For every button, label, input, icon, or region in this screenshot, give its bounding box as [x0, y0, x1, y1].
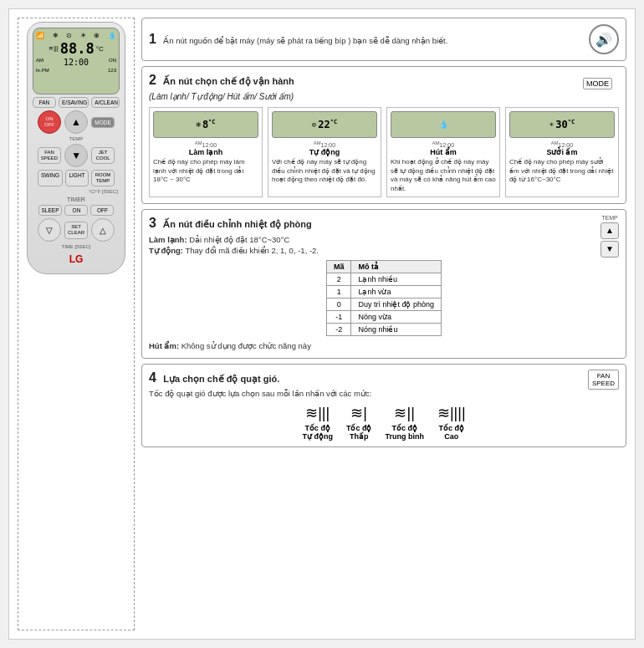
- lam-lanh-desc: Chế độ này cho phép máy làm lạnh với nhi…: [153, 158, 258, 184]
- table-row: 1Lạnh vừa: [326, 286, 441, 298]
- sec3-line3: Hút ẩm: Không sử dụng được chức năng này: [149, 340, 619, 351]
- on-off-button[interactable]: ONOFF: [38, 110, 61, 134]
- temp-label: TEMP: [33, 136, 120, 141]
- light-button[interactable]: LIGHT: [65, 170, 89, 186]
- section-3: 3 Ấn nút điều chỉnh nhiệt độ phòng Làm l…: [141, 209, 626, 359]
- temp-corner-down[interactable]: ▼: [601, 241, 619, 258]
- display-extra: hr.PM 123: [36, 68, 116, 73]
- sec2-subtitle: (Làm lạnh/ Tự động/ Hút ẩm/ Sưởi ấm): [149, 92, 294, 101]
- off-button[interactable]: OFF: [90, 205, 114, 216]
- set-clear-button[interactable]: SETCLEAR: [64, 222, 88, 238]
- auto-icon: ⊙: [66, 32, 72, 39]
- mode-button[interactable]: MODE: [91, 117, 115, 128]
- sec3-header: 3 Ấn nút điều chỉnh nhiệt độ phòng: [149, 216, 619, 231]
- lam-lanh-time: AM12:00: [153, 140, 258, 148]
- table-cell-mota: Nóng vừa: [351, 311, 442, 324]
- temp-corner: TEMP ▲ ▼: [601, 215, 619, 258]
- temp-up-button[interactable]: ▲: [64, 110, 88, 134]
- sec1-text-block: 1 Ấn nút nguồn để bật máy (máy sẽ phát r…: [149, 32, 447, 47]
- sec3-line2-val: Thay đổi mã điều khiển 2, 1, 0, -1, -2.: [185, 246, 319, 255]
- fan-speed-button[interactable]: FANSPEED: [38, 147, 61, 164]
- wifi-icon: 📶: [36, 32, 44, 39]
- suoi-am-time: AM12:00: [509, 140, 615, 148]
- sec4-header: 4 Lựa chọn chế độ quạt gió.: [149, 370, 619, 385]
- section-4: 4 Lựa chọn chế độ quạt gió. Tốc độ quạt …: [141, 364, 626, 447]
- room-temp-button[interactable]: ROOMTEMP: [91, 170, 115, 186]
- hut-am-title: Hút ẩm: [391, 148, 496, 156]
- on-label: ON: [109, 58, 116, 67]
- suoi-am-desc: Chế độ này cho phép máy sưởi ấm với nhiệ…: [509, 158, 615, 184]
- sec3-table: Mã Mô tả 2Lạnh nhiều1Lạnh vừa0Duy trì nh…: [326, 260, 442, 336]
- suoi-am-title: Sưởi ấm: [509, 148, 615, 156]
- mode-hut-am: 💧 AM12:00 Hút ẩm Khi hoạt động ở chế độ …: [386, 107, 500, 197]
- fan-bars: ≋|||: [49, 45, 58, 52]
- mode-tu-dong: ⊙ 22°C AM12:00 Tự động Với chế độ này má…: [268, 107, 381, 197]
- fan-low-label1: Tốc độ: [346, 424, 372, 432]
- fan-medium-icon: ≋||: [385, 404, 424, 422]
- aclean-button[interactable]: A/CLEAN: [91, 97, 120, 108]
- temp-unit: °C: [96, 45, 104, 53]
- sleep-button[interactable]: SLEEP: [38, 205, 63, 216]
- fan-auto-icon: ≋|||: [302, 404, 333, 422]
- suoi-am-temp: 30°C: [555, 119, 575, 130]
- swing-button[interactable]: SWING: [38, 170, 63, 186]
- btn-row-2: SWING LIGHT ROOMTEMP: [33, 170, 120, 186]
- fan-high-icon: ≋||||: [437, 404, 466, 422]
- table-cell-mota: Nóng nhiều: [351, 324, 442, 336]
- table-cell-ma: -2: [326, 324, 351, 336]
- sec3-title: Ấn nút điều chỉnh nhiệt độ phòng: [163, 219, 311, 229]
- control-row: ONOFF ▲ MODE: [33, 110, 120, 134]
- esaving-button[interactable]: E/SAVING: [59, 97, 89, 108]
- fan-icon-small: ⊕: [94, 32, 100, 39]
- lg-logo: LG: [69, 253, 84, 265]
- instructions: 1 Ấn nút nguồn để bật máy (máy sẽ phát r…: [141, 18, 626, 630]
- tu-dong-time: AM12:00: [272, 140, 377, 148]
- mode-lam-lanh: ❄ 8°C AM12:00 Làm lạnh Chế độ này cho ph…: [149, 107, 263, 197]
- fan-high-label1: Tốc độ: [437, 424, 466, 432]
- sec3-line3-label: Hút ẩm:: [149, 341, 179, 350]
- sec3-body: Làm lạnh: Dải nhiệt độ đặt 18°C~30°C Tự …: [149, 234, 619, 257]
- jet-cool-button[interactable]: JETCOOL: [91, 147, 115, 164]
- temp-corner-label: TEMP: [601, 215, 619, 221]
- sec3-line1-label: Làm lạnh:: [149, 235, 187, 244]
- sec3-line3-val: Không sử dụng được chức năng này: [181, 341, 311, 350]
- btn-row-3: SLEEP ON OFF: [33, 205, 120, 216]
- on-button[interactable]: ON: [64, 205, 88, 216]
- hut-am-icon: 💧: [439, 120, 448, 129]
- temp-down-button[interactable]: ▼: [64, 144, 88, 167]
- tu-dong-icon: ⊙: [312, 120, 316, 129]
- down-button[interactable]: ▽: [38, 218, 61, 242]
- lam-lanh-icon: ❄: [196, 120, 200, 129]
- section-1: 1 Ấn nút nguồn để bật máy (máy sẽ phát r…: [141, 18, 626, 61]
- page-container: 📶 ❄ ⊙ ☀ ⊕ 💧 ≋||| 88.8 °C AM 12:00 ON: [8, 8, 636, 640]
- timer-num: 123: [108, 68, 116, 73]
- table-row: 0Duy trì nhiệt độ phòng: [326, 298, 441, 311]
- btn-row-1: FAN E/SAVING A/CLEAN: [33, 97, 120, 108]
- cf-label: °C/°F [5SEC]: [33, 189, 120, 194]
- fan-auto-label1: Tốc độ: [302, 424, 333, 432]
- remote-container: 📶 ❄ ⊙ ☀ ⊕ 💧 ≋||| 88.8 °C AM 12:00 ON: [18, 18, 135, 630]
- display-bottom: AM 12:00 ON: [36, 58, 116, 67]
- set-row: ▽ SETCLEAR △: [33, 218, 120, 242]
- mode-corner-label: MODE: [586, 79, 609, 88]
- table-row: 2Lạnh nhiều: [326, 273, 441, 286]
- table-cell-ma: 0: [326, 298, 351, 311]
- sound-icon: 🔊: [595, 32, 612, 48]
- sec1-icon: 🔊: [589, 24, 619, 54]
- drop-icon: 💧: [108, 32, 116, 39]
- tu-dong-title: Tự động: [272, 148, 377, 156]
- sec2-num: 2: [149, 73, 156, 87]
- sec3-num: 3: [149, 216, 156, 230]
- fan-button[interactable]: FAN: [33, 97, 56, 108]
- up-button[interactable]: △: [91, 218, 115, 242]
- mode-corner-icon: MODE: [583, 78, 612, 89]
- display-middle-row: ≋||| 88.8 °C: [49, 40, 103, 57]
- section-2: 2 Ấn nút chọn chế độ vận hành (Làm lạnh/…: [141, 66, 626, 204]
- modes-grid: ❄ 8°C AM12:00 Làm lạnh Chế độ này cho ph…: [149, 107, 619, 197]
- table-cell-mota: Lạnh vừa: [351, 286, 442, 298]
- fan-speed-corner: FANSPEED: [588, 370, 619, 390]
- temp-corner-up[interactable]: ▲: [601, 222, 619, 239]
- fan-medium-label1: Tốc độ: [385, 424, 424, 432]
- table-cell-mota: Duy trì nhiệt độ phòng: [351, 298, 442, 311]
- sec2-header: 2 Ấn nút chọn chế độ vận hành (Làm lạnh/…: [149, 73, 619, 103]
